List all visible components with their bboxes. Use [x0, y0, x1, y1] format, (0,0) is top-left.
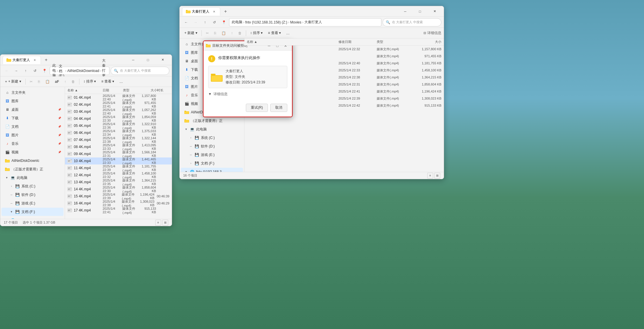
search-box-2[interactable]: 🔍 在 大秦打更人 中搜索 — [383, 18, 441, 26]
minimize-btn-1[interactable]: ─ — [126, 55, 140, 65]
new-btn-2[interactable]: + 新建 ▾ — [182, 29, 200, 38]
sidebar-item-zhenban-1[interactable]: （正版才需要用）正 — [1, 165, 64, 173]
sidebar-item-docf-1[interactable]: ▼ 💾 文档 (F:) — [1, 208, 64, 216]
col-header-size-1[interactable]: 大小 — [141, 88, 157, 93]
file-row[interactable]: 04 4K.mp4 2025/1/4 22:30 媒体文件(.mp4) 1,85… — [65, 115, 172, 122]
refresh-btn-2[interactable]: ↺ — [210, 18, 218, 26]
share-btn-1[interactable]: ↑ — [62, 77, 69, 86]
view-btn-1[interactable]: ≡ 查看 ▾ — [99, 77, 116, 86]
file-row[interactable]: 13 4K.mp4 2025/1/4 22:35 媒体文件(.mp4) 1,36… — [65, 179, 172, 186]
refresh-btn-1[interactable]: ↺ — [31, 67, 39, 75]
sidebar-item-docf-2[interactable]: › 💾 文档 (F:) — [181, 159, 243, 167]
forward-btn-2[interactable]: → — [191, 18, 200, 26]
col-header-duration-1[interactable]: 时长 — [157, 88, 169, 93]
file-row[interactable]: 15 4K.mp4 2025/1/4 22:39 媒体文件(.mp4) 1,19… — [65, 193, 172, 200]
sidebar-item-music-1[interactable]: ♪ 音乐 📌 — [1, 140, 64, 148]
sidebar-item-sysc-2[interactable]: › 💾 系统 (C:) — [181, 134, 243, 142]
sidebar-item-thispc-2[interactable]: ▼ 💻 此电脑 — [181, 125, 243, 133]
view-tile-btn-2[interactable]: ⊞ — [434, 173, 440, 179]
tab-add-1[interactable]: + — [42, 56, 50, 64]
file-row[interactable]: 10 4K.mp4 2025/1/4 22:33 媒体文件(.mp4) 1,44… — [65, 157, 172, 164]
location-btn-2[interactable]: 📍 — [220, 18, 228, 26]
close-btn-1[interactable]: ✕ — [156, 55, 169, 65]
file-row[interactable]: 12 4K.mp4 2025/1/4 22:32 媒体文件(.mp4) 1,45… — [65, 172, 172, 179]
sidebar-item-pics-1[interactable]: 🖼 图片 📌 — [1, 131, 64, 139]
maximize-btn-1[interactable]: □ — [141, 55, 155, 65]
rename-btn-1[interactable]: aF — [53, 77, 61, 86]
file-row[interactable]: 07 4K.mp4 2025/1/4 22:38 媒体文件(.mp4) 1,32… — [65, 136, 172, 143]
more-btn-1[interactable]: … — [117, 77, 125, 86]
minimize-btn-2[interactable]: ─ — [398, 7, 412, 16]
col-header-date-1[interactable]: 日期 — [103, 88, 123, 93]
sort-btn-1[interactable]: ↕ 排序 ▾ — [81, 77, 99, 86]
maximize-btn-2[interactable]: □ — [413, 7, 427, 16]
address-path-2[interactable]: 此电脑 › fntv (\\192.168.31.158) (Z:) › Mov… — [229, 18, 381, 26]
file-row[interactable]: 11 4K.mp4 2025/1/4 22:39 媒体文件(.mp4) 1,18… — [65, 164, 172, 172]
tab-close-1[interactable]: ✕ — [32, 58, 37, 62]
address-path-1[interactable]: 此电脑 › 文档 (F:) › AliNetDiskDownload › 大秦打… — [50, 67, 109, 75]
sidebar-item-thispc-1[interactable]: ▼ 💻 此电脑 — [1, 174, 64, 182]
cut-btn-1[interactable]: ✂ — [27, 77, 35, 86]
delete-btn-1[interactable]: 🗑 — [69, 77, 77, 86]
sidebar-item-game-1[interactable]: ─ 💾 游戏 (E:) — [1, 199, 64, 207]
view-detail-btn-1[interactable]: ≡ — [155, 220, 161, 226]
file-row[interactable]: 01 4K.mp4 2025/1/4 22:40 媒体文件(.mp4) 1,15… — [65, 94, 172, 101]
sidebar-item-home-1[interactable]: ⌂ 主文件夹 — [1, 88, 64, 97]
paste-btn-2[interactable]: 📋 — [219, 29, 228, 38]
sidebar-item-fntv-2[interactable]: ▼ 🌐 fntv (\\192.168.3 — [181, 168, 243, 172]
back-btn-1[interactable]: ← — [3, 67, 11, 75]
sidebar-item-desktop-1[interactable]: 🖥 桌面 📌 — [1, 105, 64, 114]
copy-btn-2[interactable]: ⎘ — [212, 29, 218, 38]
file-row[interactable]: 03 4K.mp4 2025/1/4 22:40 媒体文件(.mp4) 1,05… — [65, 108, 172, 115]
file-row[interactable]: 14 4K.mp4 2025/1/4 22:30 媒体文件(.mp4) 1,85… — [65, 186, 172, 193]
col-header-type-2[interactable]: 类型 — [377, 40, 412, 44]
sidebar-item-game-2[interactable]: ─ 💾 游戏 (E:) — [181, 151, 243, 159]
more-btn-2[interactable]: … — [284, 29, 292, 38]
copy-btn-1[interactable]: ⎘ — [36, 77, 42, 86]
view-tile-btn-1[interactable]: ⊞ — [162, 220, 168, 226]
sidebar-item-softd-2[interactable]: ─ 💾 软件 (D:) — [181, 142, 243, 150]
file-row[interactable]: 17 4K.mp4 2025/1/4 22:41 媒体文件(.mp4) 915,… — [65, 207, 172, 214]
col-header-size-2[interactable]: 大小 — [412, 40, 441, 44]
file-row[interactable]: 16 4K.mp4 2025/1/4 22:38 媒体文件(.mp4) 1,30… — [65, 200, 172, 207]
share-btn-2[interactable]: ↑ — [229, 29, 235, 38]
sidebar-item-softd-1[interactable]: ─ 💾 软件 (D:) — [1, 191, 64, 199]
new-btn-1[interactable]: + + 新建 ▾ — [3, 77, 24, 86]
file-row[interactable]: 05 4K.mp4 2025/1/4 22:36 媒体文件(.mp4) 1,32… — [65, 122, 172, 129]
col-header-name-1[interactable]: 名称 ▲ — [67, 88, 103, 93]
retry-button[interactable]: 重试(R) — [246, 104, 268, 112]
tab-daqindagengre-2[interactable]: 大秦打更人 ✕ — [182, 7, 220, 16]
view-detail-btn-2[interactable]: ≡ — [427, 173, 433, 179]
sidebar-item-gallery-1[interactable]: 🖼 图库 — [1, 97, 64, 105]
file-row[interactable]: 02 4K.mp4 2025/1/4 22:41 媒体文件(.mp4) 971,… — [65, 101, 172, 108]
sort-btn-2[interactable]: ↕ 排序 ▾ — [248, 29, 265, 38]
location-btn-1[interactable]: 📍 — [40, 67, 49, 75]
search-box-1[interactable]: 🔍 在 大秦打更人 中搜索 — [111, 67, 169, 75]
sidebar-item-downloads-1[interactable]: ⬇ 下载 📌 — [1, 114, 64, 122]
file-row[interactable]: 06 4K.mp4 2025/1/4 22:34 媒体文件(.mp4) 1,37… — [65, 129, 172, 136]
dialog-details-row[interactable]: ▼ 详细信息 — [208, 92, 287, 97]
tab-daqindagengre-1[interactable]: 大秦打更人 ✕ — [3, 56, 41, 64]
close-btn-2[interactable]: ✕ — [428, 7, 441, 16]
sidebar-item-sysc-1[interactable]: › 💾 系统 (C:) — [1, 182, 64, 190]
sidebar-item-fntv-1[interactable]: › 🌐 fntv (\\192.168.3 — [1, 216, 64, 219]
paste-btn-1[interactable]: 📋 — [43, 77, 52, 86]
sidebar-item-zhenban-2[interactable]: （正版才需要用）正 — [181, 117, 243, 125]
file-row[interactable]: 09 4K.mp4 2025/1/4 22:31 媒体文件(.mp4) 1,56… — [65, 150, 172, 157]
col-header-type-1[interactable]: 类型 — [123, 88, 141, 93]
sidebar-item-videos-1[interactable]: 🎬 视频 📌 — [1, 148, 64, 156]
cancel-button[interactable]: 取消 — [270, 104, 287, 112]
up-btn-1[interactable]: ↑ — [21, 67, 30, 75]
col-header-date-2[interactable]: 修改日期 — [338, 40, 377, 44]
sidebar-item-docs-1[interactable]: 📄 文档 📌 — [1, 122, 64, 131]
tab-close-2[interactable]: ✕ — [212, 9, 216, 14]
cut-btn-2[interactable]: ✂ — [203, 29, 211, 38]
file-row[interactable]: 08 4K.mp4 2025/1/4 22:33 媒体文件(.mp4) 1,41… — [65, 143, 172, 150]
tab-add-2[interactable]: + — [221, 7, 230, 16]
up-btn-2[interactable]: ↑ — [201, 18, 209, 26]
view-btn-2[interactable]: ≡ 查看 ▾ — [266, 29, 283, 38]
delete-btn-2[interactable]: 🗑 — [236, 29, 244, 38]
col-header-name-2[interactable]: 名称 ▲ — [247, 40, 338, 44]
sidebar-item-ali-1[interactable]: AliNetDiskDownlc — [1, 157, 64, 165]
back-btn-2[interactable]: ← — [182, 18, 190, 26]
